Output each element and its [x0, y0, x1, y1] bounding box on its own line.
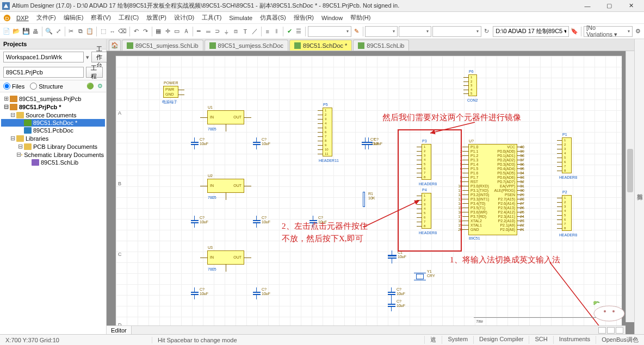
structure-radio[interactable]: Structure [30, 83, 63, 90]
tree-item[interactable]: 89C51.SchLib [1, 159, 105, 166]
copy-icon[interactable]: ⧉ [76, 26, 84, 37]
status-cell[interactable]: OpenBus调色 [596, 336, 644, 344]
layer-combo[interactable] [365, 26, 398, 37]
part-icon[interactable]: ⧈ [232, 26, 240, 37]
doc-tab[interactable]: 89C51.SchDoc * [289, 40, 352, 51]
status-cell[interactable]: Design Compiler [473, 336, 529, 344]
capacitor[interactable]: C? 10uF [252, 137, 262, 149]
power-connector[interactable]: POWER PWR GND 电源端子 [163, 86, 178, 98]
path-input[interactable] [493, 26, 569, 37]
netlabel-icon[interactable]: Ａ [182, 26, 190, 37]
files-radio[interactable]: Files [3, 83, 24, 90]
workspace-input[interactable] [3, 52, 84, 62]
undo-icon[interactable]: ↶ [132, 26, 140, 37]
scrollbar-vertical[interactable] [626, 51, 634, 322]
header-p1[interactable]: P1 HEADER8 12345678 [562, 137, 572, 173]
grid-icon[interactable]: ▦ [154, 26, 163, 37]
net-combo[interactable] [432, 26, 481, 37]
capacitor[interactable]: C? 10uF [252, 287, 262, 299]
mini-nav-icon[interactable] [598, 327, 606, 334]
header-p6[interactable]: P6 CON2 12345 [468, 74, 477, 96]
open-icon[interactable]: 📂 [12, 26, 21, 37]
capacitor[interactable]: C? 10uF [387, 287, 397, 299]
browse-icon[interactable]: 🔖 [570, 26, 579, 37]
menu-report[interactable]: 报告(R) [290, 12, 318, 23]
tree-item[interactable]: 89C51.PcbDoc [1, 127, 105, 134]
tree-item[interactable]: 89C51.SchDoc * [1, 119, 105, 127]
select-icon[interactable]: ⬚ [99, 26, 107, 37]
status-cell[interactable]: System [442, 336, 473, 344]
tree-item[interactable]: ⊟89C51.PrjPcb * [1, 103, 105, 111]
doc-tab[interactable]: 89C51_sumjess.SchLib [122, 40, 203, 51]
new-icon[interactable]: 📄 [2, 26, 11, 37]
menu-view[interactable]: 察看(V) [87, 12, 115, 23]
status-cell[interactable]: SCH [529, 336, 553, 344]
capacitor[interactable]: C? 10uF [252, 216, 262, 228]
header-p5[interactable]: P5 HEADER11 1234567891011 [323, 108, 332, 156]
power-icon[interactable]: ⏚ [222, 26, 231, 37]
status-cell[interactable]: Instruments [553, 336, 596, 344]
menu-help[interactable]: 帮助(H) [346, 12, 374, 23]
draw-icon[interactable]: ／ [251, 26, 259, 37]
paste-icon[interactable]: 📋 [85, 26, 94, 37]
project-button[interactable]: 工程 [86, 67, 103, 78]
menu-window[interactable]: Window [318, 14, 346, 22]
status-cell[interactable]: 遮 [424, 336, 442, 344]
capacitor[interactable]: C? 10uF [190, 216, 200, 228]
refresh-tree-icon[interactable]: 🟢 [86, 83, 94, 90]
move-icon[interactable]: ↔ [108, 26, 116, 37]
tree-item[interactable]: ⊟Schematic Library Documents [1, 150, 105, 159]
port-icon[interactable]: ⊃ [213, 26, 221, 37]
redo-icon[interactable]: ↷ [141, 26, 150, 37]
capacitor[interactable]: C? 10uF [190, 287, 200, 299]
settings-tree-icon[interactable]: ⚙ [97, 83, 103, 90]
mini-clear-icon[interactable] [616, 327, 623, 334]
maximize-button[interactable]: ▢ [598, 1, 620, 11]
doc-tab[interactable]: 89C51.SchLib [353, 40, 409, 51]
menu-project[interactable]: 工程(C) [115, 12, 143, 23]
capacitor[interactable]: C? 10uF [387, 299, 397, 311]
minimize-button[interactable]: ― [577, 1, 598, 11]
style-combo[interactable] [399, 26, 431, 37]
cross-icon[interactable]: ✛ [164, 26, 172, 37]
bus-icon[interactable]: ═ [204, 26, 212, 37]
tree-item[interactable]: ⊟Libraries [1, 134, 105, 142]
regulator-u1[interactable]: U1 IN OUT 7805 [207, 110, 244, 124]
zoom-area-icon[interactable]: 🔍 [45, 26, 53, 37]
refresh-icon[interactable]: ↻ [482, 26, 491, 37]
project-input[interactable] [3, 67, 84, 78]
capacitor[interactable]: C? 10uF [190, 137, 200, 149]
right-strip[interactable]: 剪贴板 收藏夹 [634, 39, 644, 334]
tree-item[interactable]: ⊟Source Documents [1, 111, 105, 119]
clear-icon[interactable]: ⌫ [117, 26, 127, 37]
zoom-fit-icon[interactable]: ⤢ [54, 26, 63, 37]
doc-tab[interactable]: 89C51_sumjess.SchDoc [205, 40, 288, 51]
cut-icon[interactable]: ✂ [67, 26, 75, 37]
menu-tools[interactable]: 工具(T) [198, 12, 225, 23]
crystal-y1[interactable]: Y1 CRY [414, 271, 426, 284]
filter-icon[interactable]: ☰ [295, 26, 303, 37]
capacitor-c1[interactable]: C1 10uF [387, 250, 398, 264]
align2-icon[interactable]: ⫴ [273, 26, 281, 37]
save-icon[interactable]: 💾 [22, 26, 30, 37]
menu-design[interactable]: 设计(D) [170, 12, 198, 23]
menu-place[interactable]: 放置(P) [143, 12, 170, 23]
variations-combo[interactable]: [No Variations ▾ [584, 26, 633, 37]
schematic-canvas[interactable]: A B C D POWER PWR GND 电源端子 U1 IN OUT [115, 55, 622, 330]
workspace-button[interactable]: 工作台 [91, 52, 107, 62]
menu-edit[interactable]: 编辑(E) [60, 12, 88, 23]
tree-item[interactable]: ⊞89C51_sumjess.PrjPcb [1, 95, 105, 103]
check-icon[interactable]: ✔ [286, 26, 294, 37]
wire-icon[interactable]: ━ [195, 26, 203, 37]
chip-89c51[interactable]: U? 89C51 1 P1.0 2 P1.1 3 P1.2 4 P1.3 5 P… [468, 144, 517, 235]
brush-icon[interactable]: ✎ [352, 26, 361, 37]
mask-combo[interactable] [308, 26, 351, 37]
tree-item[interactable]: ⊟PCB Library Documents [1, 142, 105, 150]
header-p2[interactable]: P2 HEADER8 12345678 [562, 195, 572, 231]
var-icon[interactable]: ⚙ [634, 26, 642, 37]
text-icon[interactable]: T [241, 26, 249, 37]
tab-home[interactable]: 🏠 [109, 40, 121, 51]
regulator-u2[interactable]: U2 IN OUT 7805 [207, 179, 244, 193]
project-tree[interactable]: ⊞89C51_sumjess.PrjPcb⊟89C51.PrjPcb *⊟Sou… [0, 92, 106, 334]
capacitor[interactable]: C? 10uF [364, 137, 374, 149]
